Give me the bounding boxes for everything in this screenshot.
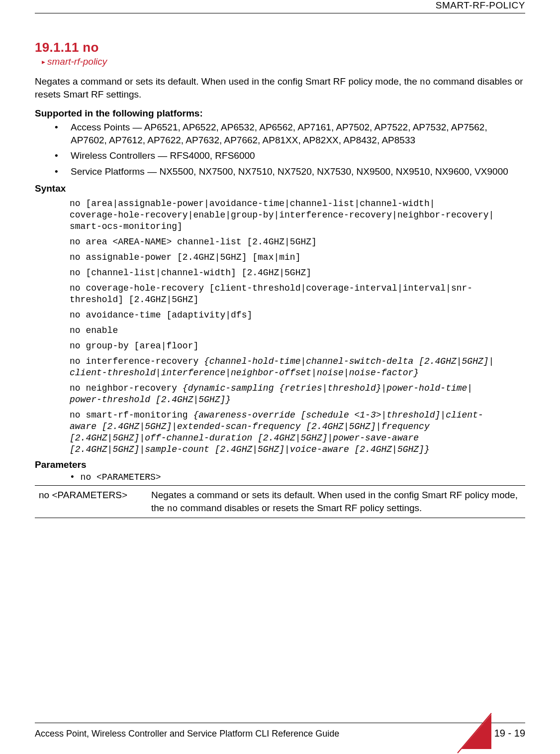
running-head: SMART-RF-POLICY — [436, 0, 525, 11]
section-title: 19.1.11 no — [35, 40, 525, 55]
platform-item: Service Platforms — NX5500, NX7500, NX75… — [55, 165, 525, 178]
syntax-block-8: no group-by [area|floor] — [70, 340, 525, 352]
syntax-block-7: no enable — [70, 325, 525, 336]
breadcrumb-arrow-icon: ▸ — [42, 58, 45, 66]
intro-paragraph: Negates a command or sets its default. W… — [35, 75, 525, 101]
breadcrumb[interactable]: ▸smart-rf-policy — [42, 56, 525, 67]
param-bullet: no <PARAMETERS> — [70, 472, 525, 482]
param-desc-post: command disables or resets the Smart RF … — [178, 503, 422, 513]
syntax-block-3: no assignable-power [2.4GHZ|5GHZ] [max|m… — [70, 252, 525, 263]
parameters-table: no <PARAMETERS> Negates a command or set… — [35, 485, 525, 518]
intro-pre: Negates a command or sets its default. W… — [35, 76, 420, 87]
syntax-block-1: no [area|assignable-power|avoidance-time… — [70, 198, 525, 232]
param-name-cell: no <PARAMETERS> — [35, 486, 147, 518]
platform-item: Wireless Controllers — RFS4000, RFS6000 — [55, 149, 525, 162]
footer-title: Access Point, Wireless Controller and Se… — [35, 729, 339, 739]
content: 19.1.11 no ▸smart-rf-policy Negates a co… — [35, 40, 525, 518]
syntax-block-9: no interference-recovery {channel-hold-t… — [70, 356, 525, 379]
platforms-heading: Supported in the following platforms: — [35, 108, 525, 119]
breadcrumb-text: smart-rf-policy — [47, 56, 107, 67]
table-row: no <PARAMETERS> Negates a command or set… — [35, 486, 525, 518]
param-desc-cell: Negates a command or sets its default. W… — [147, 486, 525, 518]
footer-page-number: 19 - 19 — [494, 728, 525, 739]
syntax-9a: no interference-recovery — [70, 356, 204, 366]
syntax-11a: no smart-rf-monitoring — [70, 410, 193, 420]
syntax-heading: Syntax — [35, 183, 525, 194]
syntax-10a: no neighbor-recovery — [70, 383, 183, 393]
top-rule — [35, 13, 525, 13]
intro-code: no — [420, 77, 431, 87]
syntax-block-6: no avoidance-time [adaptivity|dfs] — [70, 310, 525, 321]
platforms-list: Access Points — AP6521, AP6522, AP6532, … — [35, 121, 525, 178]
footer-flag-icon — [462, 714, 491, 749]
platform-item: Access Points — AP6521, AP6522, AP6532, … — [55, 121, 525, 146]
syntax-block-11: no smart-rf-monitoring {awareness-overri… — [70, 410, 525, 455]
footer-rule — [35, 723, 525, 723]
param-desc-code: no — [167, 504, 178, 514]
syntax-block-5: no coverage-hole-recovery [client-thresh… — [70, 283, 525, 306]
syntax-block-4: no [channel-list|channel-width] [2.4GHZ|… — [70, 267, 525, 279]
syntax-block-2: no area <AREA-NAME> channel-list [2.4GHZ… — [70, 236, 525, 248]
syntax-block-10: no neighbor-recovery {dynamic-sampling {… — [70, 383, 525, 406]
parameters-heading: Parameters — [35, 459, 525, 470]
page: SMART-RF-POLICY 19.1.11 no ▸smart-rf-pol… — [0, 0, 560, 754]
